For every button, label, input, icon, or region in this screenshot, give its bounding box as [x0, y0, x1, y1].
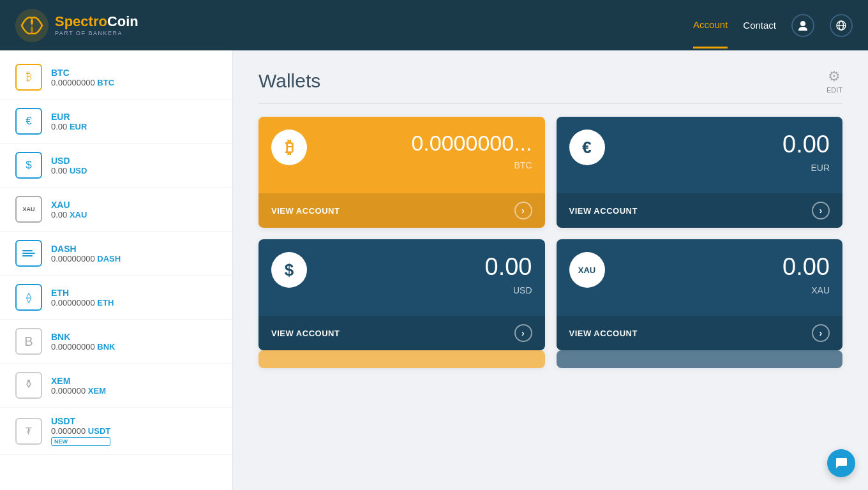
logo-sub: PART OF BANKERA — [55, 30, 138, 36]
user-icon[interactable] — [791, 14, 814, 37]
xau-wallet-icon: XAU — [15, 196, 42, 223]
dash-coin-label: DASH — [51, 244, 121, 254]
btc-card-icon: ₿ — [271, 130, 307, 165]
eur-coin-label: EUR — [51, 112, 87, 122]
layout: ₿ BTC 0.00000000 BTC € EUR 0.00 EUR $ US… — [0, 50, 868, 490]
eth-info: ETH 0.00000000 ETH — [51, 288, 114, 308]
wallet-grid: ₿ 0.0000000... BTC VIEW ACCOUNT › € 0.00 — [258, 117, 842, 350]
btc-card-footer[interactable]: VIEW ACCOUNT › — [258, 193, 545, 228]
btc-info: BTC 0.00000000 BTC — [51, 68, 114, 87]
wallet-card-xau[interactable]: XAU 0.00 XAU VIEW ACCOUNT › — [557, 239, 843, 350]
eur-card-amount: 0.00 — [782, 132, 830, 156]
xau-card-ticker: XAU — [811, 285, 830, 295]
btc-card-ticker: BTC — [514, 160, 532, 170]
bnk-coin-label: BNK — [51, 332, 115, 342]
eur-wallet-icon: € — [15, 108, 42, 135]
eth-wallet-icon: ⟠ — [15, 284, 42, 311]
btc-balance: 0.00000000 BTC — [51, 78, 114, 87]
logo-name: SpectroCoin — [55, 14, 138, 29]
wallet-card-eur[interactable]: € 0.00 EUR VIEW ACCOUNT › — [557, 117, 843, 228]
eur-card-footer[interactable]: VIEW ACCOUNT › — [557, 193, 843, 228]
eur-arrow-icon: › — [812, 202, 830, 219]
sidebar-item-xem[interactable]: XEM 0.000000 XEM — [0, 364, 232, 408]
xau-arrow-icon: › — [812, 324, 830, 342]
xau-balance: 0.00 XAU — [51, 210, 87, 219]
dash-balance: 0.00000000 DASH — [51, 254, 121, 264]
header: SpectroCoin PART OF BANKERA Account Cont… — [0, 0, 868, 50]
usd-view-account-label: VIEW ACCOUNT — [271, 329, 340, 338]
sidebar: ₿ BTC 0.00000000 BTC € EUR 0.00 EUR $ US… — [0, 50, 233, 490]
xau-card-footer[interactable]: VIEW ACCOUNT › — [557, 316, 843, 350]
xau-coin-label: XAU — [51, 200, 87, 210]
xem-wallet-icon — [15, 372, 42, 399]
chat-bubble[interactable] — [827, 449, 855, 477]
partial-card-2 — [557, 350, 843, 368]
btc-view-account-label: VIEW ACCOUNT — [271, 206, 340, 216]
btc-card-values: 0.0000000... BTC — [317, 130, 532, 170]
usd-coin-label: USD — [51, 156, 87, 166]
sidebar-item-usd[interactable]: $ USD 0.00 USD — [0, 144, 232, 188]
eth-coin-label: ETH — [51, 288, 114, 298]
eur-card-icon: € — [569, 130, 605, 165]
globe-icon[interactable] — [830, 14, 853, 37]
nav-contact[interactable]: Contact — [743, 20, 776, 31]
usd-card-icon: $ — [271, 252, 307, 288]
bnk-wallet-icon: B — [15, 328, 42, 355]
sidebar-item-eur[interactable]: € EUR 0.00 EUR — [0, 100, 232, 144]
svg-point-6 — [27, 380, 30, 382]
sidebar-item-bnk[interactable]: B BNK 0.00000000 BNK — [0, 320, 232, 364]
sidebar-item-dash[interactable]: DASH 0.00000000 DASH — [0, 232, 232, 276]
usd-balance: 0.00 USD — [51, 166, 87, 175]
btc-arrow-icon: › — [514, 202, 532, 219]
usd-info: USD 0.00 USD — [51, 156, 87, 175]
xem-coin-label: XEM — [51, 376, 106, 386]
usd-card-values: 0.00 USD — [317, 252, 532, 295]
logo[interactable]: SpectroCoin PART OF BANKERA — [15, 9, 138, 42]
logo-icon — [15, 9, 49, 42]
btc-card-amount: 0.0000000... — [411, 132, 532, 154]
xau-card-amount: 0.00 — [782, 255, 830, 279]
sidebar-item-btc[interactable]: ₿ BTC 0.00000000 BTC — [0, 56, 232, 100]
edit-label: EDIT — [827, 86, 842, 94]
sidebar-item-eth[interactable]: ⟠ ETH 0.00000000 ETH — [0, 276, 232, 320]
eur-view-account-label: VIEW ACCOUNT — [569, 206, 638, 216]
dash-info: DASH 0.00000000 DASH — [51, 244, 121, 264]
usd-arrow-icon: › — [514, 324, 532, 342]
bnk-info: BNK 0.00000000 BNK — [51, 332, 115, 352]
xem-info: XEM 0.000000 XEM — [51, 376, 106, 396]
xau-card-body: XAU 0.00 XAU — [557, 239, 843, 316]
usd-card-footer[interactable]: VIEW ACCOUNT › — [258, 316, 545, 350]
eur-card-body: € 0.00 EUR — [557, 117, 843, 193]
xem-balance: 0.000000 XEM — [51, 386, 106, 396]
usdt-balance: 0.000000 USDT — [51, 426, 110, 436]
usdt-wallet-icon: ₮ — [15, 418, 42, 445]
page-title: Wallets — [258, 70, 320, 92]
svg-point-1 — [800, 21, 805, 26]
usdt-new-badge: NEW — [51, 437, 110, 446]
usd-wallet-icon: $ — [15, 152, 42, 179]
usd-card-body: $ 0.00 USD — [258, 239, 545, 316]
bnk-balance: 0.00000000 BNK — [51, 342, 115, 352]
wallet-grid-bottom — [258, 350, 842, 368]
eur-card-values: 0.00 EUR — [615, 130, 830, 173]
nav-account[interactable]: Account — [693, 19, 728, 48]
btc-coin-label: BTC — [51, 68, 114, 78]
wallet-card-btc[interactable]: ₿ 0.0000000... BTC VIEW ACCOUNT › — [258, 117, 545, 228]
usd-card-amount: 0.00 — [485, 255, 532, 279]
eur-info: EUR 0.00 EUR — [51, 112, 87, 131]
wallet-card-usd[interactable]: $ 0.00 USD VIEW ACCOUNT › — [258, 239, 545, 350]
sidebar-item-xau[interactable]: XAU XAU 0.00 XAU — [0, 188, 232, 232]
nav: Account Contact — [693, 14, 853, 37]
main-content: Wallets ⚙ EDIT ₿ 0.0000000... BTC VIEW A… — [233, 50, 868, 490]
partial-card-1 — [258, 350, 545, 368]
eth-balance: 0.00000000 ETH — [51, 298, 114, 308]
eur-balance: 0.00 EUR — [51, 122, 87, 131]
wallets-header: Wallets ⚙ EDIT — [258, 68, 842, 104]
usd-card-ticker: USD — [513, 285, 532, 295]
logo-text: SpectroCoin PART OF BANKERA — [55, 14, 138, 36]
gear-icon: ⚙ — [828, 68, 841, 85]
sidebar-item-usdt[interactable]: ₮ USDT 0.000000 USDT NEW — [0, 408, 232, 455]
edit-button[interactable]: ⚙ EDIT — [827, 68, 842, 94]
xau-view-account-label: VIEW ACCOUNT — [569, 329, 638, 338]
btc-card-body: ₿ 0.0000000... BTC — [258, 117, 545, 193]
